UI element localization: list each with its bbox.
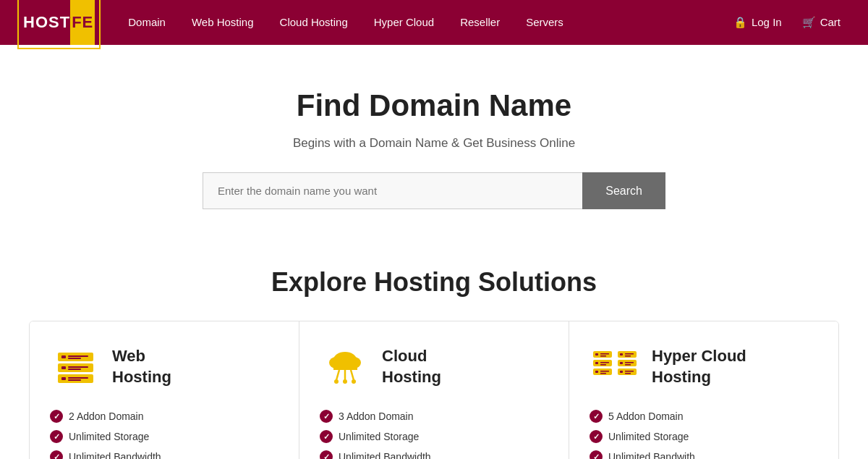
- svg-line-18: [351, 370, 354, 380]
- check-icon: [320, 430, 333, 443]
- hyper-cloud-icon: [590, 342, 640, 392]
- web-hosting-card: WebHosting 2 Addon Domain Unlimited Stor…: [30, 321, 299, 459]
- svg-rect-31: [595, 371, 598, 373]
- feature-item: Unlimited Storage: [320, 430, 548, 443]
- feature-text: 5 Addon Domain: [608, 410, 684, 422]
- nav-cloud-hosting[interactable]: Cloud Hosting: [270, 0, 358, 45]
- svg-line-16: [336, 370, 339, 380]
- feature-text: Unlimited Storage: [608, 431, 689, 442]
- svg-rect-35: [620, 353, 623, 355]
- nav-reseller[interactable]: Reseller: [450, 0, 510, 45]
- svg-rect-43: [620, 371, 623, 373]
- check-icon: [320, 450, 333, 459]
- web-hosting-icon: [50, 342, 101, 392]
- svg-point-20: [343, 379, 347, 384]
- domain-search-input[interactable]: [203, 172, 582, 209]
- check-icon: [50, 410, 63, 423]
- feature-item: 5 Addon Domain: [590, 410, 818, 423]
- svg-rect-39: [620, 362, 623, 364]
- svg-rect-45: [625, 373, 631, 374]
- web-hosting-title: WebHosting: [112, 346, 171, 387]
- cart-link[interactable]: 🛒 Cart: [792, 0, 851, 45]
- feature-item: 2 Addon Domain: [50, 410, 278, 423]
- cart-icon: 🛒: [802, 0, 816, 45]
- svg-point-19: [334, 379, 339, 384]
- svg-rect-7: [68, 369, 81, 370]
- feature-text: 2 Addon Domain: [69, 410, 144, 422]
- navbar: HOSTFE Domain Web Hosting Cloud Hosting …: [0, 0, 868, 45]
- explore-section: Explore Hosting Solutions: [0, 238, 868, 459]
- cloud-hosting-card: CloudHosting 3 Addon Domain Unlimited St…: [299, 321, 569, 459]
- lock-icon: 🔒: [733, 0, 747, 45]
- svg-rect-24: [600, 353, 609, 355]
- feature-item: 3 Addon Domain: [320, 410, 548, 423]
- svg-rect-29: [600, 364, 606, 366]
- svg-rect-11: [68, 379, 81, 381]
- hero-subtitle: Begins with a Domain Name & Get Business…: [14, 136, 854, 151]
- domain-search-button[interactable]: Search: [582, 172, 665, 209]
- feature-text: Unlimited Bandwidth: [69, 451, 161, 459]
- check-icon: [590, 450, 603, 459]
- svg-rect-32: [600, 371, 609, 372]
- feature-text: Unlimited Bandwidth: [339, 451, 431, 459]
- nav-web-hosting[interactable]: Web Hosting: [182, 0, 264, 45]
- hero-section: Find Domain Name Begins with a Domain Na…: [0, 45, 868, 238]
- login-label: Log In: [752, 0, 782, 45]
- svg-rect-5: [61, 366, 66, 369]
- svg-rect-10: [68, 377, 88, 379]
- svg-rect-6: [68, 366, 88, 368]
- svg-rect-28: [600, 362, 609, 363]
- feature-item: Unlimited Storage: [590, 430, 818, 443]
- svg-rect-41: [625, 364, 631, 366]
- nav-hyper-cloud[interactable]: Hyper Cloud: [364, 0, 444, 45]
- check-icon: [590, 430, 603, 443]
- feature-text: 3 Addon Domain: [339, 410, 414, 422]
- feature-text: Unlimited Bandwith: [608, 451, 695, 459]
- feature-item: Unlimited Storage: [50, 430, 278, 443]
- check-icon: [590, 410, 603, 423]
- feature-item: Unlimited Bandwith: [590, 450, 818, 459]
- hero-title: Find Domain Name: [14, 88, 854, 123]
- feature-item: Unlimited Bandwidth: [320, 450, 548, 459]
- feature-text: Unlimited Storage: [69, 431, 149, 442]
- hyper-cloud-title: Hyper CloudHosting: [652, 346, 746, 387]
- hyper-cloud-card-header: Hyper CloudHosting: [590, 342, 818, 392]
- svg-rect-23: [595, 353, 598, 355]
- feature-text: Unlimited Storage: [339, 431, 419, 442]
- logo-host-text: HOST: [23, 0, 70, 45]
- svg-rect-40: [625, 362, 634, 363]
- svg-rect-1: [61, 355, 66, 358]
- domain-search-bar: Search: [203, 172, 665, 209]
- cloud-hosting-card-header: CloudHosting: [320, 342, 548, 392]
- svg-point-21: [352, 379, 356, 384]
- check-icon: [50, 430, 63, 443]
- nav-domain[interactable]: Domain: [118, 0, 176, 45]
- cloud-hosting-features: 3 Addon Domain Unlimited Storage Unlimit…: [320, 410, 548, 459]
- svg-rect-36: [625, 353, 634, 355]
- hyper-cloud-hosting-card: Hyper CloudHosting 5 Addon Domain Unlimi…: [569, 321, 838, 459]
- svg-rect-2: [68, 355, 88, 357]
- svg-rect-15: [333, 364, 357, 370]
- check-icon: [50, 450, 63, 459]
- web-hosting-features: 2 Addon Domain Unlimited Storage Unlimit…: [50, 410, 278, 459]
- svg-rect-33: [600, 373, 606, 374]
- feature-item: Unlimited Bandwidth: [50, 450, 278, 459]
- nav-servers[interactable]: Servers: [516, 0, 574, 45]
- login-link[interactable]: 🔒 Log In: [723, 0, 792, 45]
- hyper-cloud-features: 5 Addon Domain Unlimited Storage Unlimit…: [590, 410, 818, 459]
- check-icon: [320, 410, 333, 423]
- svg-rect-44: [625, 371, 634, 372]
- explore-title: Explore Hosting Solutions: [29, 267, 839, 298]
- cloud-hosting-icon: [320, 342, 370, 392]
- cloud-hosting-title: CloudHosting: [382, 346, 441, 387]
- logo-link[interactable]: HOSTFE: [17, 0, 101, 49]
- cart-label: Cart: [820, 0, 841, 45]
- svg-rect-27: [595, 362, 598, 364]
- hosting-cards: WebHosting 2 Addon Domain Unlimited Stor…: [29, 321, 839, 459]
- svg-rect-25: [600, 355, 606, 357]
- svg-rect-9: [61, 377, 66, 380]
- svg-rect-3: [68, 358, 81, 359]
- logo-fe-text: FE: [70, 0, 95, 45]
- web-hosting-card-header: WebHosting: [50, 342, 278, 392]
- svg-rect-37: [625, 355, 631, 357]
